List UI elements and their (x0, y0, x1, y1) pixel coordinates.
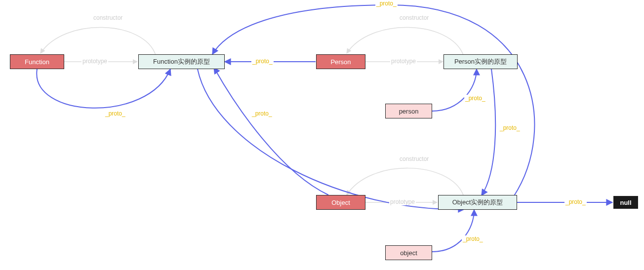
edge-function-proto-functionproto (37, 69, 170, 108)
node-person-instance: person (385, 104, 432, 118)
edges-layer (0, 0, 644, 270)
node-object-prototype: Object实例的原型 (438, 195, 517, 210)
edge-object-proto-functionproto (215, 69, 328, 195)
label-person-prototype: prototype (390, 58, 417, 65)
node-label: Person (330, 58, 351, 66)
node-object: Object (316, 195, 365, 210)
label-function-prototype: prototype (81, 58, 108, 65)
label-function-proto-self: _proto_ (104, 110, 126, 117)
node-label: null (620, 199, 631, 206)
label-personproto-proto: _proto_ (499, 124, 521, 131)
node-person: Person (316, 54, 365, 69)
label-function-constructor: constructor (92, 14, 123, 21)
node-label: object (400, 249, 417, 257)
edge-personproto-constructor-person (347, 27, 463, 55)
node-null: null (613, 196, 638, 209)
edge-personproto-proto-objectproto (482, 69, 495, 195)
label-fnproto-proto-obj: _proto_ (251, 110, 273, 117)
node-label: Function实例的原型 (153, 57, 210, 66)
node-function: Function (10, 54, 64, 69)
label-person-proto-fn: _proto_ (251, 58, 274, 65)
label-object-prototype: prototype (389, 198, 416, 205)
node-label: person (399, 108, 419, 115)
label-object-constructor: constructor (399, 155, 430, 162)
edge-functionproto-proto-objectproto (198, 69, 464, 209)
edge-personinstance-proto-personproto (432, 69, 477, 111)
node-label: Person实例的原型 (454, 57, 507, 66)
node-function-prototype: Function实例的原型 (138, 54, 225, 69)
node-label: Function (25, 58, 49, 66)
node-person-prototype: Person实例的原型 (443, 54, 518, 69)
node-label: Object (331, 199, 350, 206)
node-object-instance: object (385, 245, 432, 260)
edge-functionproto-constructor-function (40, 27, 156, 55)
label-personinst-proto: _proto_ (464, 95, 486, 102)
edge-objectproto-constructor-object (347, 168, 463, 195)
edge-objectinstance-proto-objectproto (432, 210, 474, 252)
node-label: Object实例的原型 (452, 198, 503, 207)
label-objectinst-proto: _proto_ (462, 235, 484, 242)
label-person-constructor: constructor (399, 14, 430, 21)
label-objectproto-null: _proto_ (564, 198, 587, 205)
label-object-proto-fn-top: _proto_ (375, 0, 398, 7)
